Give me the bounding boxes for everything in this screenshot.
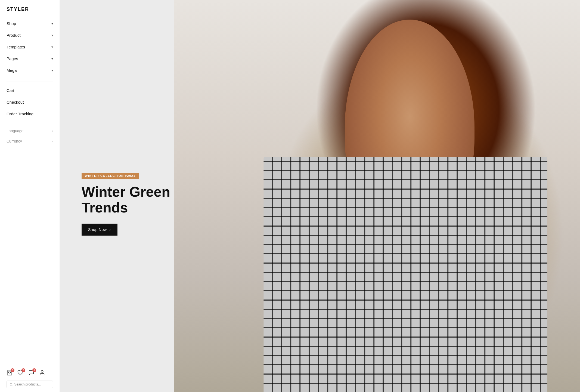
action-icons: 0 0 0 bbox=[7, 370, 53, 377]
nav-item-language[interactable]: Language › bbox=[0, 126, 60, 136]
search-input[interactable] bbox=[14, 382, 50, 386]
nav-label-cart: Cart bbox=[7, 88, 14, 93]
svg-point-1 bbox=[41, 371, 43, 372]
nav-label-order-tracking: Order Tracking bbox=[7, 112, 33, 116]
search-bar[interactable] bbox=[7, 381, 53, 388]
user-icon-button[interactable] bbox=[39, 370, 45, 377]
nav-divider bbox=[7, 82, 53, 82]
chevron-down-icon: ▾ bbox=[51, 69, 53, 72]
nav-item-order-tracking[interactable]: Order Tracking bbox=[0, 108, 60, 120]
hero-image bbox=[174, 0, 580, 392]
arrow-right-icon: › bbox=[110, 227, 111, 232]
nav-label-mega: Mega bbox=[7, 68, 17, 73]
sidebar: STYLER Shop ▾ Product ▾ Templates ▾ Page… bbox=[0, 0, 60, 392]
chevron-down-icon: ▾ bbox=[51, 45, 53, 49]
chevron-down-icon: ▾ bbox=[51, 57, 53, 61]
chevron-down-icon: ▾ bbox=[51, 33, 53, 37]
hero-section: WINTER COLLECTION #2021 Winter Green Tre… bbox=[60, 0, 580, 392]
secondary-nav: Cart Checkout Order Tracking bbox=[0, 85, 60, 122]
nav-item-product[interactable]: Product ▾ bbox=[0, 29, 60, 41]
nav-label-checkout: Checkout bbox=[7, 100, 24, 104]
chevron-right-icon: › bbox=[52, 129, 53, 132]
nav-item-checkout[interactable]: Checkout bbox=[0, 96, 60, 108]
nav-label-templates: Templates bbox=[7, 45, 25, 49]
wishlist-badge: 0 bbox=[21, 368, 25, 372]
sidebar-bottom: 0 0 0 bbox=[0, 365, 60, 392]
hero-tag: WINTER COLLECTION #2021 bbox=[82, 173, 139, 179]
shop-now-button[interactable]: Shop Now › bbox=[82, 224, 117, 236]
user-icon bbox=[39, 370, 45, 376]
comments-badge: 0 bbox=[32, 368, 36, 372]
hero-title: Winter Green Trends bbox=[82, 184, 179, 215]
nav-label-currency: Currency bbox=[7, 139, 22, 143]
nav-label-shop: Shop bbox=[7, 21, 16, 26]
main-content: WINTER COLLECTION #2021 Winter Green Tre… bbox=[60, 0, 580, 392]
nav-item-currency[interactable]: Currency › bbox=[0, 136, 60, 146]
chevron-right-icon: › bbox=[52, 140, 53, 143]
hero-content: WINTER COLLECTION #2021 Winter Green Tre… bbox=[60, 156, 179, 235]
utilities-nav: Language › Currency › bbox=[0, 122, 60, 146]
nav-label-pages: Pages bbox=[7, 56, 18, 61]
nav-label-language: Language bbox=[7, 129, 23, 133]
nav-item-mega[interactable]: Mega ▾ bbox=[0, 64, 60, 76]
nav-item-templates[interactable]: Templates ▾ bbox=[0, 41, 60, 53]
cart-badge: 0 bbox=[11, 368, 14, 372]
nav-label-product: Product bbox=[7, 33, 21, 38]
main-nav: Shop ▾ Product ▾ Templates ▾ Pages ▾ Meg… bbox=[0, 18, 60, 79]
cart-icon-button[interactable]: 0 bbox=[7, 370, 13, 377]
chevron-down-icon: ▾ bbox=[51, 22, 53, 26]
search-icon bbox=[10, 383, 13, 386]
svg-line-3 bbox=[12, 385, 12, 385]
wishlist-icon-button[interactable]: 0 bbox=[17, 370, 23, 377]
shop-now-label: Shop Now bbox=[88, 227, 107, 232]
nav-item-cart[interactable]: Cart bbox=[0, 85, 60, 96]
nav-item-pages[interactable]: Pages ▾ bbox=[0, 53, 60, 64]
site-logo: STYLER bbox=[0, 0, 60, 18]
comments-icon-button[interactable]: 0 bbox=[28, 370, 34, 377]
nav-item-shop[interactable]: Shop ▾ bbox=[0, 18, 60, 29]
